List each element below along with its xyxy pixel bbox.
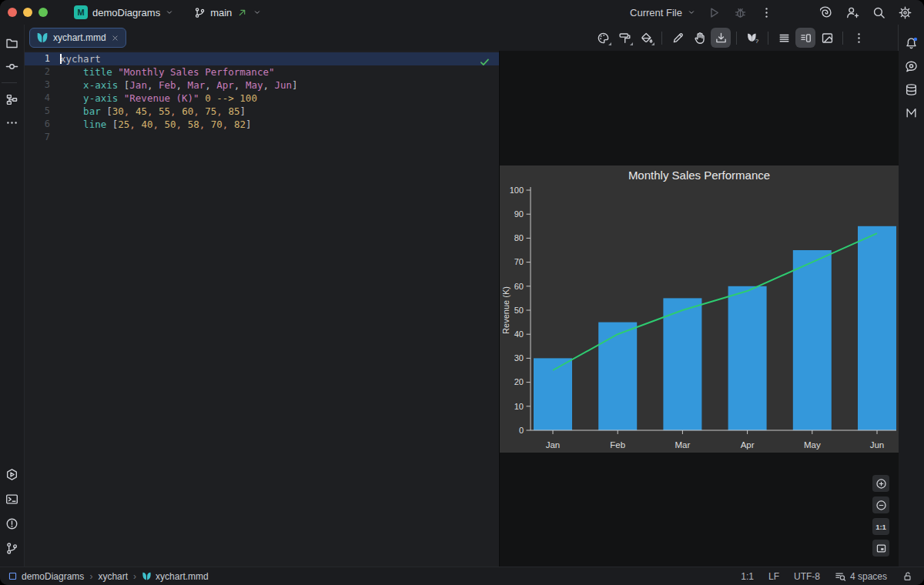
search-icon[interactable] [869, 2, 889, 22]
code-editor[interactable]: 1xychart2 title "Monthly Sales Performan… [25, 51, 499, 567]
breadcrumb-item[interactable]: xychart [98, 571, 128, 582]
separator [2, 82, 17, 83]
right-strip-items [901, 31, 922, 125]
separator [736, 32, 737, 45]
code-line: 2 title "Monthly Sales Performance" [25, 65, 499, 79]
svg-text:100: 100 [510, 186, 524, 195]
module-icon [8, 571, 18, 581]
inspections-ok-icon[interactable] [479, 56, 490, 68]
svg-text:20: 20 [514, 377, 524, 386]
more-horizontal-icon[interactable] [2, 112, 23, 133]
problems-icon[interactable] [2, 513, 23, 534]
run-services-icon[interactable] [2, 463, 23, 485]
svg-text:Mar: Mar [675, 440, 690, 450]
indent-label: 4 spaces [850, 571, 887, 582]
mermaid-preview-panel: Monthly Sales Performance010203040506070… [499, 51, 899, 567]
svg-text:10: 10 [514, 402, 524, 411]
svg-text:Jan: Jan [546, 440, 561, 450]
line-number[interactable]: 4 [25, 92, 60, 105]
svg-text:Apr: Apr [741, 440, 755, 450]
fill-bucket-icon[interactable] [636, 28, 656, 48]
code-text: y-axis "Revenue (K)" 0 --> 100 [60, 92, 257, 105]
code-text: xychart [60, 52, 101, 65]
mermaid-file-icon [36, 32, 49, 44]
svg-text:Revenue (K): Revenue (K) [501, 286, 511, 334]
edit-pencil-icon[interactable] [668, 28, 688, 48]
tab-xychart-mmd[interactable]: xychart.mmd [29, 28, 126, 48]
commit-icon[interactable] [2, 55, 23, 77]
chevron-down-icon [687, 8, 696, 17]
database-icon[interactable] [901, 79, 922, 100]
pan-hand-icon[interactable] [689, 28, 709, 48]
project-name: demoDiagrams [92, 7, 160, 18]
code-line: 1xychart [25, 52, 499, 65]
ai-assistant-icon[interactable] [816, 2, 836, 22]
auto-scroll-icon[interactable] [711, 28, 731, 48]
breadcrumb-separator: › [133, 571, 136, 582]
push-arrow-icon [236, 7, 248, 18]
mermaid-help-icon[interactable]: ? [742, 28, 762, 48]
structure-icon[interactable] [2, 89, 23, 110]
zoom-out-icon[interactable] [872, 496, 889, 513]
line-number[interactable]: 6 [25, 118, 60, 131]
line-number[interactable]: 1 [25, 52, 60, 65]
line-separator-widget[interactable]: LF [768, 571, 779, 582]
actual-size-button[interactable]: 1:1 [872, 518, 889, 535]
left-tool-strip [0, 25, 25, 567]
project-folder-icon[interactable] [2, 32, 23, 54]
code-line: 3 x-axis [Jan, Feb, Mar, Apr, May, Jun] [25, 79, 499, 92]
add-user-icon[interactable] [842, 2, 862, 22]
code-text: line [25, 40, 50, 58, 70, 82] [60, 118, 252, 131]
terminal-icon[interactable] [2, 488, 23, 510]
close-tab-icon[interactable] [111, 34, 119, 42]
ide-window: M demoDiagrams main Current File [0, 0, 924, 585]
breadcrumb-item[interactable]: xychart.mmd [142, 571, 209, 582]
editor-lines: 1xychart2 title "Monthly Sales Performan… [25, 52, 499, 144]
line-number[interactable]: 2 [25, 65, 60, 79]
code-text: title "Monthly Sales Performance" [60, 65, 274, 79]
branch-name: main [210, 7, 232, 18]
line-number[interactable]: 5 [25, 105, 60, 118]
fit-to-window-icon[interactable] [872, 540, 889, 557]
run-config-selector[interactable]: Current File [630, 7, 696, 18]
paint-roller-icon[interactable] [614, 28, 634, 48]
svg-text:80: 80 [514, 233, 524, 242]
run-icon[interactable] [704, 2, 724, 22]
minimize-window-button[interactable] [23, 8, 32, 17]
preview-zoom-controls: 1:1 [872, 475, 889, 557]
mermaid-panel-icon[interactable] [901, 102, 922, 123]
branch-selector[interactable]: main [189, 5, 266, 21]
indent-icon [835, 570, 846, 582]
editor-preview-split-icon[interactable] [795, 28, 815, 48]
line-number[interactable]: 7 [25, 131, 60, 144]
indent-widget[interactable]: 4 spaces [835, 570, 887, 582]
encoding-widget[interactable]: UTF-8 [794, 571, 820, 582]
run-config-label: Current File [630, 7, 682, 18]
preview-only-icon[interactable] [817, 28, 837, 48]
editor-only-icon[interactable] [774, 28, 794, 48]
caret-position-widget[interactable]: 1:1 [741, 571, 754, 582]
line-number[interactable]: 3 [25, 79, 60, 92]
write-access-unlock-icon[interactable] [902, 570, 913, 582]
zoom-window-button[interactable] [38, 8, 48, 17]
version-control-icon[interactable] [2, 537, 23, 559]
svg-text:60: 60 [514, 282, 524, 291]
notifications-bell-icon[interactable] [901, 32, 922, 54]
breadcrumb-item[interactable]: demoDiagrams [8, 571, 84, 582]
svg-text:Jun: Jun [870, 440, 885, 450]
debug-icon[interactable] [730, 2, 750, 22]
ai-chat-icon[interactable] [901, 55, 922, 77]
svg-text:Feb: Feb [610, 440, 625, 450]
settings-icon[interactable] [895, 2, 915, 22]
left-strip-bottom [2, 462, 23, 560]
breadcrumb: demoDiagrams›xychart›xychart.mmd [8, 571, 209, 582]
zoom-in-icon[interactable] [872, 475, 889, 492]
more-vertical-icon[interactable] [849, 28, 869, 48]
editor-tab-bar: xychart.mmd ? [25, 25, 898, 51]
status-bar: demoDiagrams›xychart›xychart.mmd 1:1 LF … [0, 567, 924, 585]
project-selector[interactable]: M demoDiagrams [69, 3, 179, 22]
color-palette-icon[interactable] [593, 28, 613, 48]
chevron-down-icon [253, 8, 262, 17]
close-window-button[interactable] [8, 8, 17, 17]
more-vertical-icon[interactable] [756, 2, 776, 22]
